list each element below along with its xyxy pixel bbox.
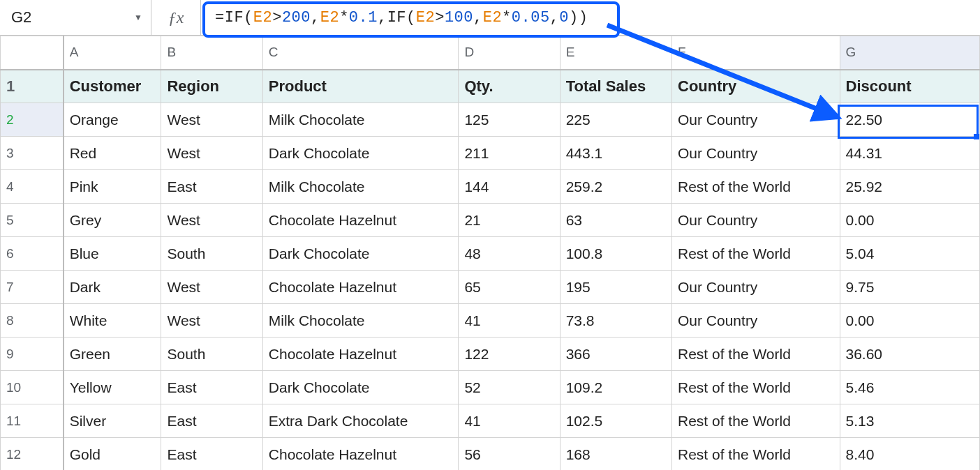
cell-A9[interactable]: Green xyxy=(64,338,161,371)
cell-D12[interactable]: 56 xyxy=(459,438,560,471)
cell-C12[interactable]: Chocolate Hazelnut xyxy=(262,438,459,471)
cell-G1[interactable]: Discount xyxy=(840,70,980,103)
cell-E5[interactable]: 63 xyxy=(560,204,671,237)
cell-A11[interactable]: Silver xyxy=(64,404,161,438)
cell-F2[interactable]: Our Country xyxy=(672,103,840,137)
cell-E11[interactable]: 102.5 xyxy=(560,404,671,438)
cell-D7[interactable]: 65 xyxy=(459,271,560,304)
cell-B9[interactable]: South xyxy=(161,338,262,371)
cell-D2[interactable]: 125 xyxy=(459,103,560,137)
cell-B3[interactable]: West xyxy=(161,137,262,170)
cell-A1[interactable]: Customer xyxy=(64,70,161,103)
cell-A3[interactable]: Red xyxy=(64,137,161,170)
cell-E7[interactable]: 195 xyxy=(560,271,671,304)
cell-A8[interactable]: White xyxy=(64,304,161,338)
cell-G4[interactable]: 25.92 xyxy=(840,170,980,204)
cell-B6[interactable]: South xyxy=(161,237,262,271)
cell-E9[interactable]: 366 xyxy=(560,338,671,371)
row-header-4[interactable]: 4 xyxy=(1,170,64,204)
row-header-3[interactable]: 3 xyxy=(1,137,64,170)
row-header-5[interactable]: 5 xyxy=(1,204,64,237)
cell-A6[interactable]: Blue xyxy=(64,237,161,271)
cell-F12[interactable]: Rest of the World xyxy=(672,438,840,471)
cell-E4[interactable]: 259.2 xyxy=(560,170,671,204)
cell-D1[interactable]: Qty. xyxy=(459,70,560,103)
row-header-6[interactable]: 6 xyxy=(1,237,64,271)
cell-D9[interactable]: 122 xyxy=(459,338,560,371)
cell-D3[interactable]: 211 xyxy=(459,137,560,170)
cell-C10[interactable]: Dark Chocolate xyxy=(262,371,459,404)
cell-A12[interactable]: Gold xyxy=(64,438,161,471)
cell-D10[interactable]: 52 xyxy=(459,371,560,404)
cell-C6[interactable]: Dark Chocolate xyxy=(262,237,459,271)
cell-E3[interactable]: 443.1 xyxy=(560,137,671,170)
cell-F6[interactable]: Rest of the World xyxy=(672,237,840,271)
cell-D6[interactable]: 48 xyxy=(459,237,560,271)
cell-C2[interactable]: Milk Chocolate xyxy=(262,103,459,137)
cell-A10[interactable]: Yellow xyxy=(64,371,161,404)
cell-E2[interactable]: 225 xyxy=(560,103,671,137)
cell-G8[interactable]: 0.00 xyxy=(840,304,980,338)
row-header-2[interactable]: 2 xyxy=(1,103,64,137)
cell-D8[interactable]: 41 xyxy=(459,304,560,338)
row-header-10[interactable]: 10 xyxy=(1,371,64,404)
name-box-dropdown-icon[interactable]: ▼ xyxy=(126,13,151,22)
cell-C8[interactable]: Milk Chocolate xyxy=(262,304,459,338)
cell-E8[interactable]: 73.8 xyxy=(560,304,671,338)
cell-C11[interactable]: Extra Dark Chocolate xyxy=(262,404,459,438)
cell-E6[interactable]: 100.8 xyxy=(560,237,671,271)
cell-G6[interactable]: 5.04 xyxy=(840,237,980,271)
cell-G5[interactable]: 0.00 xyxy=(840,204,980,237)
cell-D5[interactable]: 21 xyxy=(459,204,560,237)
formula-input[interactable]: =IF(E2>200,E2*0.1,IF(E2>100,E2*0.05,0)) xyxy=(201,0,980,35)
column-header-B[interactable]: B xyxy=(161,36,262,70)
cell-G9[interactable]: 36.60 xyxy=(840,338,980,371)
column-header-E[interactable]: E xyxy=(560,36,671,70)
column-header-F[interactable]: F xyxy=(672,36,840,70)
cell-G7[interactable]: 9.75 xyxy=(840,271,980,304)
row-header-1[interactable]: 1 xyxy=(1,70,64,103)
cell-F8[interactable]: Our Country xyxy=(672,304,840,338)
cell-F1[interactable]: Country xyxy=(672,70,840,103)
cell-A4[interactable]: Pink xyxy=(64,170,161,204)
name-box[interactable]: G2 ▼ xyxy=(0,0,151,35)
cell-F5[interactable]: Our Country xyxy=(672,204,840,237)
cell-D4[interactable]: 144 xyxy=(459,170,560,204)
cell-E1[interactable]: Total Sales xyxy=(560,70,671,103)
row-header-11[interactable]: 11 xyxy=(1,404,64,438)
cell-C9[interactable]: Chocolate Hazelnut xyxy=(262,338,459,371)
row-header-12[interactable]: 12 xyxy=(1,438,64,471)
cell-B1[interactable]: Region xyxy=(161,70,262,103)
cell-G2[interactable]: 22.50 xyxy=(840,103,980,137)
cell-G11[interactable]: 5.13 xyxy=(840,404,980,438)
cell-G12[interactable]: 8.40 xyxy=(840,438,980,471)
cell-F11[interactable]: Rest of the World xyxy=(672,404,840,438)
cell-F10[interactable]: Rest of the World xyxy=(672,371,840,404)
select-all-corner[interactable] xyxy=(1,36,64,70)
cell-C7[interactable]: Chocolate Hazelnut xyxy=(262,271,459,304)
cell-D11[interactable]: 41 xyxy=(459,404,560,438)
fx-icon[interactable]: ƒx xyxy=(151,0,201,35)
row-header-9[interactable]: 9 xyxy=(1,338,64,371)
cell-A5[interactable]: Grey xyxy=(64,204,161,237)
cell-C5[interactable]: Chocolate Hazelnut xyxy=(262,204,459,237)
cell-A7[interactable]: Dark xyxy=(64,271,161,304)
row-header-7[interactable]: 7 xyxy=(1,271,64,304)
row-header-8[interactable]: 8 xyxy=(1,304,64,338)
cell-C3[interactable]: Dark Chocolate xyxy=(262,137,459,170)
cell-F7[interactable]: Our Country xyxy=(672,271,840,304)
cell-B12[interactable]: East xyxy=(161,438,262,471)
cell-G3[interactable]: 44.31 xyxy=(840,137,980,170)
cell-C1[interactable]: Product xyxy=(262,70,459,103)
column-header-D[interactable]: D xyxy=(459,36,560,70)
cell-E12[interactable]: 168 xyxy=(560,438,671,471)
column-header-G[interactable]: G xyxy=(840,36,980,70)
cell-B4[interactable]: East xyxy=(161,170,262,204)
column-header-C[interactable]: C xyxy=(262,36,459,70)
cell-F3[interactable]: Our Country xyxy=(672,137,840,170)
cell-F4[interactable]: Rest of the World xyxy=(672,170,840,204)
cell-B10[interactable]: East xyxy=(161,371,262,404)
cell-B8[interactable]: West xyxy=(161,304,262,338)
cell-F9[interactable]: Rest of the World xyxy=(672,338,840,371)
cell-C4[interactable]: Milk Chocolate xyxy=(262,170,459,204)
